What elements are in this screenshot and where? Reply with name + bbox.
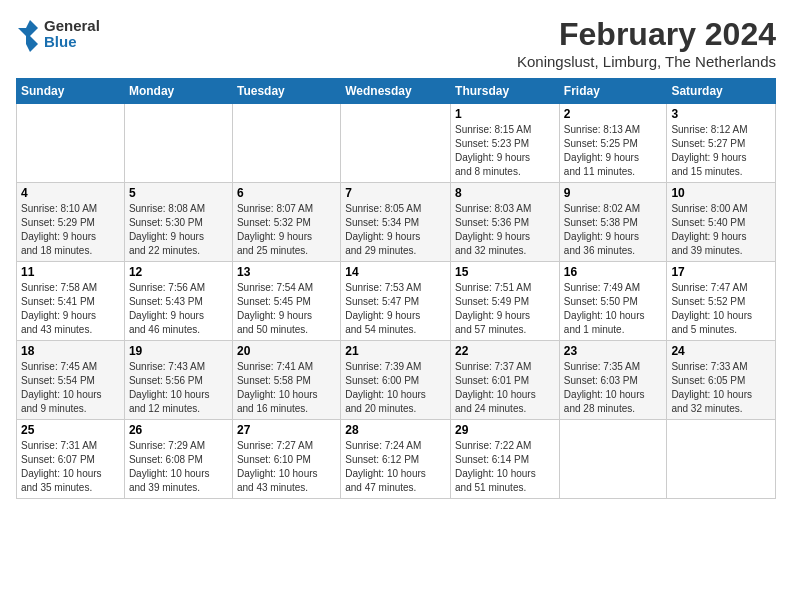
day-cell-24: 24Sunrise: 7:33 AM Sunset: 6:05 PM Dayli…	[667, 341, 776, 420]
day-info: Sunrise: 7:29 AM Sunset: 6:08 PM Dayligh…	[129, 439, 228, 495]
day-cell-14: 14Sunrise: 7:53 AM Sunset: 5:47 PM Dayli…	[341, 262, 451, 341]
day-number: 4	[21, 186, 120, 200]
day-number: 22	[455, 344, 555, 358]
day-info: Sunrise: 7:33 AM Sunset: 6:05 PM Dayligh…	[671, 360, 771, 416]
day-cell-5: 5Sunrise: 8:08 AM Sunset: 5:30 PM Daylig…	[124, 183, 232, 262]
day-number: 15	[455, 265, 555, 279]
day-number: 13	[237, 265, 336, 279]
day-info: Sunrise: 7:27 AM Sunset: 6:10 PM Dayligh…	[237, 439, 336, 495]
day-number: 7	[345, 186, 446, 200]
day-info: Sunrise: 8:15 AM Sunset: 5:23 PM Dayligh…	[455, 123, 555, 179]
week-row-2: 4Sunrise: 8:10 AM Sunset: 5:29 PM Daylig…	[17, 183, 776, 262]
day-info: Sunrise: 7:35 AM Sunset: 6:03 PM Dayligh…	[564, 360, 663, 416]
day-info: Sunrise: 7:53 AM Sunset: 5:47 PM Dayligh…	[345, 281, 446, 337]
day-info: Sunrise: 7:45 AM Sunset: 5:54 PM Dayligh…	[21, 360, 120, 416]
empty-cell	[232, 104, 340, 183]
header: General Blue February 2024 Koningslust, …	[16, 16, 776, 70]
empty-cell	[341, 104, 451, 183]
day-number: 25	[21, 423, 120, 437]
day-info: Sunrise: 7:22 AM Sunset: 6:14 PM Dayligh…	[455, 439, 555, 495]
day-cell-2: 2Sunrise: 8:13 AM Sunset: 5:25 PM Daylig…	[559, 104, 667, 183]
day-number: 12	[129, 265, 228, 279]
week-row-3: 11Sunrise: 7:58 AM Sunset: 5:41 PM Dayli…	[17, 262, 776, 341]
day-cell-20: 20Sunrise: 7:41 AM Sunset: 5:58 PM Dayli…	[232, 341, 340, 420]
day-number: 27	[237, 423, 336, 437]
day-cell-13: 13Sunrise: 7:54 AM Sunset: 5:45 PM Dayli…	[232, 262, 340, 341]
logo-text: General Blue	[44, 18, 100, 51]
day-number: 1	[455, 107, 555, 121]
day-info: Sunrise: 7:51 AM Sunset: 5:49 PM Dayligh…	[455, 281, 555, 337]
day-cell-23: 23Sunrise: 7:35 AM Sunset: 6:03 PM Dayli…	[559, 341, 667, 420]
day-cell-12: 12Sunrise: 7:56 AM Sunset: 5:43 PM Dayli…	[124, 262, 232, 341]
day-info: Sunrise: 7:37 AM Sunset: 6:01 PM Dayligh…	[455, 360, 555, 416]
weekday-header-thursday: Thursday	[451, 79, 560, 104]
title-area: February 2024 Koningslust, Limburg, The …	[517, 16, 776, 70]
day-number: 20	[237, 344, 336, 358]
day-number: 24	[671, 344, 771, 358]
day-info: Sunrise: 7:24 AM Sunset: 6:12 PM Dayligh…	[345, 439, 446, 495]
day-cell-11: 11Sunrise: 7:58 AM Sunset: 5:41 PM Dayli…	[17, 262, 125, 341]
day-info: Sunrise: 8:07 AM Sunset: 5:32 PM Dayligh…	[237, 202, 336, 258]
day-info: Sunrise: 7:49 AM Sunset: 5:50 PM Dayligh…	[564, 281, 663, 337]
day-number: 14	[345, 265, 446, 279]
day-cell-9: 9Sunrise: 8:02 AM Sunset: 5:38 PM Daylig…	[559, 183, 667, 262]
day-cell-3: 3Sunrise: 8:12 AM Sunset: 5:27 PM Daylig…	[667, 104, 776, 183]
day-cell-22: 22Sunrise: 7:37 AM Sunset: 6:01 PM Dayli…	[451, 341, 560, 420]
day-cell-16: 16Sunrise: 7:49 AM Sunset: 5:50 PM Dayli…	[559, 262, 667, 341]
day-cell-21: 21Sunrise: 7:39 AM Sunset: 6:00 PM Dayli…	[341, 341, 451, 420]
calendar-table: SundayMondayTuesdayWednesdayThursdayFrid…	[16, 78, 776, 499]
day-number: 2	[564, 107, 663, 121]
day-number: 26	[129, 423, 228, 437]
day-number: 11	[21, 265, 120, 279]
day-number: 18	[21, 344, 120, 358]
empty-cell	[667, 420, 776, 499]
day-cell-10: 10Sunrise: 8:00 AM Sunset: 5:40 PM Dayli…	[667, 183, 776, 262]
day-info: Sunrise: 8:08 AM Sunset: 5:30 PM Dayligh…	[129, 202, 228, 258]
weekday-header-wednesday: Wednesday	[341, 79, 451, 104]
logo-line2: Blue	[44, 34, 100, 51]
main-title: February 2024	[517, 16, 776, 53]
week-row-4: 18Sunrise: 7:45 AM Sunset: 5:54 PM Dayli…	[17, 341, 776, 420]
day-info: Sunrise: 8:10 AM Sunset: 5:29 PM Dayligh…	[21, 202, 120, 258]
day-number: 5	[129, 186, 228, 200]
week-row-5: 25Sunrise: 7:31 AM Sunset: 6:07 PM Dayli…	[17, 420, 776, 499]
day-info: Sunrise: 7:41 AM Sunset: 5:58 PM Dayligh…	[237, 360, 336, 416]
day-number: 6	[237, 186, 336, 200]
day-cell-29: 29Sunrise: 7:22 AM Sunset: 6:14 PM Dayli…	[451, 420, 560, 499]
day-cell-15: 15Sunrise: 7:51 AM Sunset: 5:49 PM Dayli…	[451, 262, 560, 341]
logo: General Blue	[16, 16, 100, 52]
logo-line1: General	[44, 18, 100, 35]
weekday-header-row: SundayMondayTuesdayWednesdayThursdayFrid…	[17, 79, 776, 104]
empty-cell	[124, 104, 232, 183]
day-cell-26: 26Sunrise: 7:29 AM Sunset: 6:08 PM Dayli…	[124, 420, 232, 499]
week-row-1: 1Sunrise: 8:15 AM Sunset: 5:23 PM Daylig…	[17, 104, 776, 183]
day-info: Sunrise: 7:58 AM Sunset: 5:41 PM Dayligh…	[21, 281, 120, 337]
day-number: 29	[455, 423, 555, 437]
day-info: Sunrise: 8:03 AM Sunset: 5:36 PM Dayligh…	[455, 202, 555, 258]
weekday-header-monday: Monday	[124, 79, 232, 104]
empty-cell	[559, 420, 667, 499]
day-number: 10	[671, 186, 771, 200]
weekday-header-sunday: Sunday	[17, 79, 125, 104]
day-info: Sunrise: 7:31 AM Sunset: 6:07 PM Dayligh…	[21, 439, 120, 495]
day-cell-6: 6Sunrise: 8:07 AM Sunset: 5:32 PM Daylig…	[232, 183, 340, 262]
day-number: 28	[345, 423, 446, 437]
day-info: Sunrise: 7:56 AM Sunset: 5:43 PM Dayligh…	[129, 281, 228, 337]
day-number: 21	[345, 344, 446, 358]
day-info: Sunrise: 7:43 AM Sunset: 5:56 PM Dayligh…	[129, 360, 228, 416]
logo-container: General Blue	[16, 16, 100, 52]
day-cell-7: 7Sunrise: 8:05 AM Sunset: 5:34 PM Daylig…	[341, 183, 451, 262]
day-number: 16	[564, 265, 663, 279]
weekday-header-saturday: Saturday	[667, 79, 776, 104]
subtitle: Koningslust, Limburg, The Netherlands	[517, 53, 776, 70]
day-info: Sunrise: 8:00 AM Sunset: 5:40 PM Dayligh…	[671, 202, 771, 258]
logo-bird-icon	[16, 16, 40, 52]
day-info: Sunrise: 7:54 AM Sunset: 5:45 PM Dayligh…	[237, 281, 336, 337]
day-cell-18: 18Sunrise: 7:45 AM Sunset: 5:54 PM Dayli…	[17, 341, 125, 420]
day-number: 17	[671, 265, 771, 279]
weekday-header-tuesday: Tuesday	[232, 79, 340, 104]
day-number: 23	[564, 344, 663, 358]
day-cell-27: 27Sunrise: 7:27 AM Sunset: 6:10 PM Dayli…	[232, 420, 340, 499]
weekday-header-friday: Friday	[559, 79, 667, 104]
day-cell-1: 1Sunrise: 8:15 AM Sunset: 5:23 PM Daylig…	[451, 104, 560, 183]
